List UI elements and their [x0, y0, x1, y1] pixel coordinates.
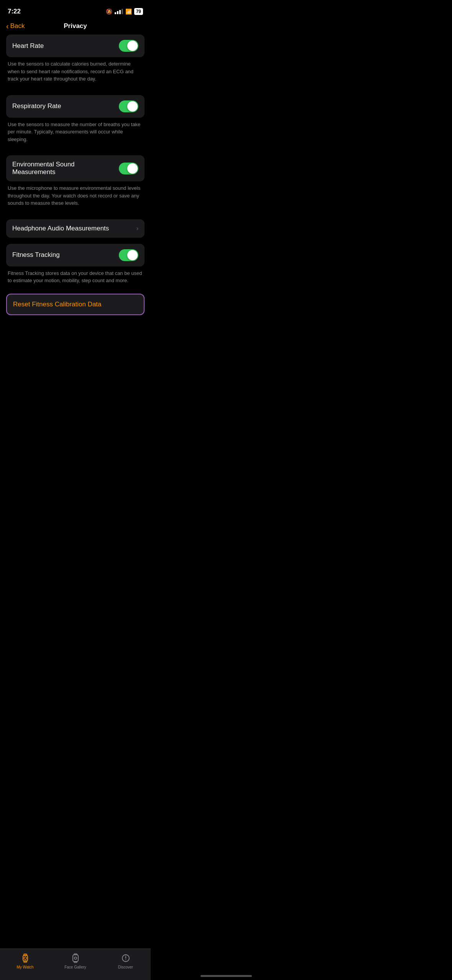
toggle-knob	[127, 163, 138, 174]
toggle-knob	[127, 101, 138, 112]
respiratory-rate-label: Respiratory Rate	[12, 102, 119, 110]
environmental-sound-toggle[interactable]	[119, 163, 138, 174]
environmental-sound-row[interactable]: Environmental Sound Measurements	[6, 155, 145, 181]
reset-fitness-button[interactable]: Reset Fitness Calibration Data	[6, 294, 145, 315]
toggle-knob	[127, 250, 138, 260]
environmental-sound-description: Use the microphone to measure environmen…	[6, 181, 145, 213]
chevron-right-icon: ›	[136, 225, 138, 232]
signal-bars-icon	[115, 9, 123, 14]
status-icons: 🔕 📶 79	[106, 8, 143, 15]
headphone-audio-label: Headphone Audio Measurements	[12, 225, 136, 232]
heart-rate-toggle[interactable]	[119, 40, 138, 52]
settings-content: Heart Rate Use the sensors to calculate …	[0, 35, 151, 354]
silent-mode-icon: 🔕	[106, 8, 112, 15]
back-label: Back	[10, 22, 25, 30]
reset-fitness-label: Reset Fitness Calibration Data	[13, 301, 102, 308]
status-time: 7:22	[8, 8, 21, 15]
respiratory-rate-toggle[interactable]	[119, 100, 138, 112]
respiratory-rate-description: Use the sensors to measure the number of…	[6, 118, 145, 150]
wifi-icon: 📶	[125, 8, 132, 15]
heart-rate-description: Use the sensors to calculate calories bu…	[6, 57, 145, 89]
fitness-tracking-description: Fitness Tracking stores data on your dev…	[6, 266, 145, 291]
nav-bar: ‹ Back Privacy	[0, 19, 151, 35]
headphone-audio-row[interactable]: Headphone Audio Measurements ›	[6, 219, 145, 238]
status-bar: 7:22 🔕 📶 79	[0, 0, 151, 19]
heart-rate-row[interactable]: Heart Rate	[6, 35, 145, 57]
environmental-sound-label: Environmental Sound Measurements	[12, 161, 119, 176]
heart-rate-label: Heart Rate	[12, 42, 119, 50]
respiratory-rate-row[interactable]: Respiratory Rate	[6, 95, 145, 118]
toggle-knob	[127, 41, 138, 51]
page-title: Privacy	[64, 22, 87, 30]
fitness-tracking-toggle[interactable]	[119, 249, 138, 261]
battery-icon: 79	[134, 8, 143, 15]
back-button[interactable]: ‹ Back	[6, 22, 25, 30]
fitness-tracking-row[interactable]: Fitness Tracking	[6, 244, 145, 266]
back-chevron-icon: ‹	[6, 22, 9, 30]
fitness-tracking-label: Fitness Tracking	[12, 251, 119, 259]
